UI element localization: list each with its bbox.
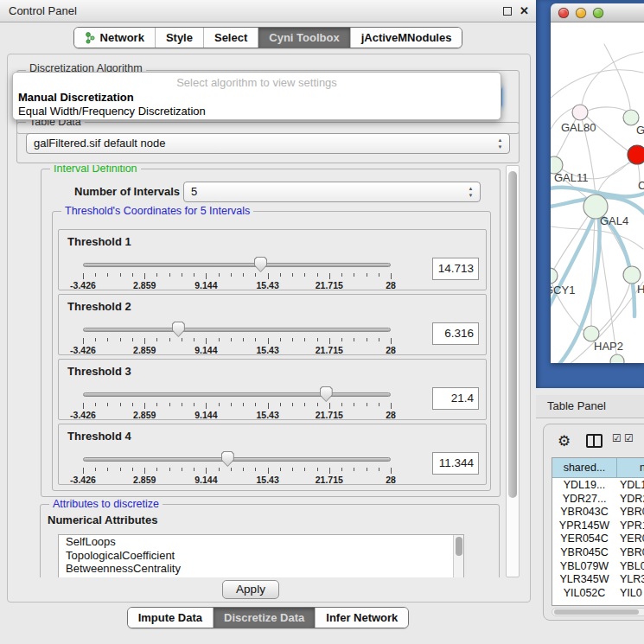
mac-close-icon[interactable] bbox=[558, 8, 569, 18]
cell-name: YBR0 bbox=[620, 546, 644, 560]
tab-select[interactable]: Select bbox=[204, 28, 258, 48]
node-table[interactable]: shared...nYDL19...YDL1YDR27...YDR2YBR043… bbox=[552, 457, 644, 606]
tick-mark bbox=[292, 403, 293, 406]
slider-thumb[interactable] bbox=[221, 451, 234, 467]
table-row[interactable]: YPR145WYPR1 bbox=[552, 520, 644, 533]
slider-track bbox=[83, 457, 391, 462]
mac-zoom-icon[interactable] bbox=[593, 8, 603, 18]
graph-node[interactable] bbox=[551, 268, 558, 284]
column-header[interactable]: n bbox=[617, 458, 644, 478]
dropdown-option[interactable]: Equal Width/Frequency Discretization bbox=[18, 105, 206, 118]
float-window-icon[interactable] bbox=[503, 7, 512, 16]
network-canvas[interactable]: GAL80GAGAL11CGAL4GCY1HHAP2 bbox=[551, 22, 644, 363]
tick-mark bbox=[219, 338, 220, 341]
list-item[interactable]: BetweennessCentrality bbox=[59, 562, 463, 576]
tick-label: 2.859 bbox=[133, 475, 156, 485]
bottom-tab-impute-data[interactable]: Impute Data bbox=[128, 608, 214, 628]
threshold-slider[interactable]: -3.4262.8599.14415.4321.71528 bbox=[83, 386, 391, 420]
numerical-attributes-list[interactable]: SelfLoopsTopologicalCoefficientBetweenne… bbox=[58, 534, 464, 577]
tick-label: -3.426 bbox=[70, 280, 96, 290]
cell-shared-name: YER054C bbox=[552, 532, 616, 546]
tick-mark bbox=[95, 338, 96, 341]
checkbox-icon[interactable]: ☑ bbox=[612, 432, 622, 444]
graph-node[interactable] bbox=[610, 354, 624, 363]
table-panel-titlebar: Table Panel bbox=[536, 395, 644, 418]
tab-cyni-toolbox[interactable]: Cyni Toolbox bbox=[258, 28, 350, 48]
list-item[interactable]: SelfLoops bbox=[59, 535, 463, 549]
split-view-icon[interactable] bbox=[586, 434, 603, 448]
table-row[interactable]: YDR27...YDR2 bbox=[552, 493, 644, 507]
tick-mark bbox=[169, 403, 170, 406]
vertical-scrollbar[interactable] bbox=[506, 165, 520, 577]
graph-node[interactable] bbox=[572, 105, 588, 120]
table-row[interactable]: YBL079WYBL0 bbox=[552, 560, 644, 574]
bottom-tab-infer-network[interactable]: Infer Network bbox=[316, 608, 408, 628]
cell-name: YDL1 bbox=[620, 479, 644, 493]
network-window-titlebar bbox=[551, 3, 644, 22]
graph-node[interactable] bbox=[628, 145, 644, 164]
threshold-label: Threshold 1 bbox=[67, 235, 131, 248]
threshold-slider[interactable]: -3.4262.8599.14415.4321.71528 bbox=[83, 256, 391, 290]
gear-icon[interactable]: ⚙ bbox=[558, 432, 571, 450]
node-label: C bbox=[638, 179, 644, 192]
tick-mark bbox=[317, 338, 318, 341]
tick-mark bbox=[304, 468, 305, 471]
slider-track bbox=[83, 328, 391, 332]
table-data-combobox[interactable]: galFiltered.sif default node ▲▼ bbox=[26, 133, 510, 154]
table-row[interactable]: YIL052CYIL0 bbox=[552, 587, 644, 601]
attributes-group-label: Attributes to discretize bbox=[49, 498, 163, 510]
list-item[interactable]: TopologicalCoefficient bbox=[59, 549, 463, 563]
cell-name: YPR1 bbox=[620, 520, 644, 533]
thresholds-group-label: Threshold's Coordinates for 5 Intervals bbox=[61, 205, 253, 217]
tick-mark bbox=[268, 338, 269, 344]
threshold-slider[interactable]: -3.4262.8599.14415.4321.71528 bbox=[83, 450, 391, 485]
bottom-tab-discretize-data[interactable]: Discretize Data bbox=[214, 608, 316, 628]
list-scrollbar[interactable] bbox=[453, 535, 463, 577]
table-row[interactable]: YBR043CYBR0 bbox=[552, 506, 644, 520]
column-header[interactable]: shared... bbox=[552, 458, 617, 478]
threshold-value-field[interactable]: 14.713 bbox=[432, 258, 479, 280]
table-row[interactable]: YDL19...YDL1 bbox=[552, 479, 644, 493]
horizontal-scrollbar[interactable] bbox=[552, 608, 644, 616]
tick-mark bbox=[367, 468, 367, 471]
cell-shared-name: YLR345W bbox=[552, 573, 616, 587]
table-row[interactable]: YLR345WYLR3 bbox=[552, 573, 644, 587]
slider-thumb[interactable] bbox=[254, 257, 267, 272]
tick-mark bbox=[156, 403, 157, 406]
graph-node[interactable] bbox=[623, 266, 641, 284]
tick-label: 21.715 bbox=[316, 475, 343, 485]
tab-jactivemnodules[interactable]: jActiveMNodules bbox=[351, 28, 462, 48]
slider-thumb[interactable] bbox=[320, 386, 333, 402]
table-row[interactable]: YER054CYER0 bbox=[552, 532, 644, 546]
tab-network[interactable]: Network bbox=[74, 28, 156, 48]
threshold-value-field[interactable]: 11.344 bbox=[432, 452, 479, 475]
tick-label: 15.43 bbox=[256, 280, 278, 290]
tick-mark bbox=[367, 403, 367, 406]
slider-thumb[interactable] bbox=[172, 322, 185, 337]
tick-mark bbox=[194, 403, 194, 406]
threshold-value-field[interactable]: 21.4 bbox=[432, 387, 479, 410]
close-icon[interactable]: ✕ bbox=[520, 4, 529, 17]
tick-label: 21.715 bbox=[316, 410, 343, 420]
threshold-slider[interactable]: -3.4262.8599.14415.4321.71528 bbox=[83, 321, 391, 355]
edge bbox=[604, 44, 630, 109]
network-desktop: GAL80GAGAL11CGAL4GCY1HHAP2 bbox=[536, 0, 644, 388]
dropdown-option[interactable]: Manual Discretization bbox=[18, 91, 134, 104]
cell-shared-name: YBR045C bbox=[552, 546, 616, 560]
scrollbar-thumb[interactable] bbox=[508, 171, 517, 498]
tab-style[interactable]: Style bbox=[156, 28, 204, 48]
table-row[interactable]: YBR045CYBR0 bbox=[552, 546, 644, 560]
tick-mark bbox=[182, 273, 182, 277]
number-of-intervals-combobox[interactable]: 5 ▲▼ bbox=[183, 182, 481, 202]
threshold-value-field[interactable]: 6.316 bbox=[432, 322, 479, 345]
apply-button[interactable]: Apply bbox=[222, 580, 279, 599]
checkbox-icon[interactable]: ☑ bbox=[624, 432, 634, 444]
mac-minimize-icon[interactable] bbox=[576, 8, 586, 18]
tick-mark bbox=[169, 468, 170, 471]
stepper-icon: ▲▼ bbox=[467, 185, 475, 199]
tick-label: 9.144 bbox=[194, 345, 217, 355]
tab-label: Style bbox=[166, 31, 193, 44]
cell-shared-name: YIL052C bbox=[552, 587, 616, 601]
tick-label: 9.144 bbox=[194, 475, 217, 485]
tick-mark bbox=[341, 468, 342, 471]
